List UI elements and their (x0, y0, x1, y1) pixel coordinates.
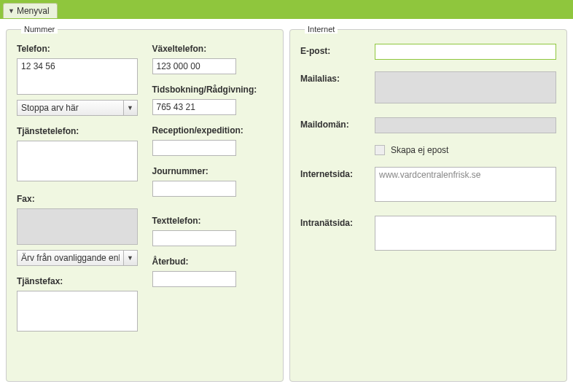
telefon-select-button[interactable]: ▼ (123, 100, 138, 116)
tjanstefax-label: Tjänstefax: (17, 276, 138, 286)
panel-internet-legend: Internet (305, 25, 338, 34)
tab-label: Menyval (17, 6, 50, 16)
panel-nummer: Nummer Telefon: ▼ Tjänstetelefon: (6, 25, 284, 382)
vaxeltelefon-input[interactable] (152, 58, 236, 74)
fax-label: Fax: (17, 194, 138, 204)
panel-nummer-legend: Nummer (21, 25, 58, 34)
intranatsida-label: Intranätsida: (300, 216, 366, 228)
aterbud-label: Återbud: (152, 256, 273, 267)
nummer-left-col: Telefon: ▼ Tjänstetelefon: Fax: (17, 44, 138, 344)
journummer-label: Journummer: (152, 166, 273, 176)
mailalias-input (375, 71, 556, 103)
epost-input[interactable] (375, 44, 556, 60)
telefon-label: Telefon: (17, 44, 138, 54)
tidsbokning-label: Tidsbokning/Rådgivning: (152, 85, 273, 95)
tab-menyval[interactable]: ▼ Menyval (3, 3, 58, 18)
skapa-ej-epost-checkbox[interactable] (375, 145, 385, 155)
telefon-input[interactable] (17, 58, 138, 95)
top-bar: ▼ Menyval (0, 0, 573, 19)
panel-internet: Internet E-post: Mailalias: Maildomän: (289, 25, 567, 382)
nummer-right-col: Växeltelefon: Tidsbokning/Rådgivning: Re… (152, 44, 273, 344)
intranatsida-input[interactable] (375, 216, 556, 251)
mailalias-label: Mailalias: (300, 71, 366, 84)
internetsida-label: Internetsida: (300, 167, 366, 179)
telefon-inherit-select[interactable] (17, 100, 123, 116)
reception-input[interactable] (152, 140, 236, 156)
skapa-ej-epost-label: Skapa ej epost (391, 145, 448, 155)
tjanstetelefon-label: Tjänstetelefon: (17, 126, 138, 136)
journummer-input[interactable] (152, 181, 236, 197)
internetsida-input[interactable] (375, 167, 556, 202)
tidsbokning-input[interactable] (152, 99, 236, 115)
texttelefon-input[interactable] (152, 230, 236, 246)
aterbud-input[interactable] (152, 271, 236, 287)
reception-label: Reception/expedition: (152, 125, 273, 136)
vaxeltelefon-label: Växeltelefon: (152, 44, 273, 54)
epost-label: E-post: (300, 44, 366, 56)
texttelefon-label: Texttelefon: (152, 216, 273, 226)
fax-select-button[interactable]: ▼ (123, 250, 138, 266)
maildoman-label: Maildomän: (300, 117, 366, 130)
tjanstetelefon-input[interactable] (17, 141, 138, 181)
chevron-down-icon: ▼ (8, 7, 15, 15)
fax-inherit-select[interactable] (17, 250, 123, 266)
panels: Nummer Telefon: ▼ Tjänstetelefon: (0, 19, 573, 388)
tjanstefax-input[interactable] (17, 291, 138, 332)
maildoman-input (375, 117, 556, 133)
fax-input (17, 208, 138, 245)
